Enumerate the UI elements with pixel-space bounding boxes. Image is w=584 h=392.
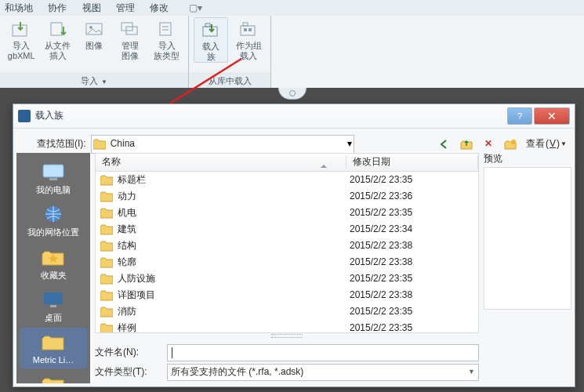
resize-grip[interactable]	[95, 333, 479, 339]
dialog-toolbar: ✕ 查看(V) ▼	[438, 138, 567, 151]
load-family-icon	[198, 20, 223, 40]
svg-rect-15	[43, 165, 63, 177]
computer-icon	[39, 161, 67, 183]
item-name: 动力	[118, 191, 350, 203]
favorites-icon	[39, 246, 67, 268]
sidebar-item-label: 收藏夹	[20, 270, 87, 281]
btn-import-family-types[interactable]: 导入族类型	[151, 17, 183, 61]
sidebar-item[interactable]: Metric De…	[20, 370, 87, 383]
svg-rect-7	[203, 27, 217, 36]
up-one-level-button[interactable]	[460, 138, 473, 151]
item-date: 2015/2/2 23:35	[350, 207, 412, 220]
folder-icon	[100, 257, 113, 268]
filename-label: 文件名(N):	[95, 347, 162, 359]
sidebar-item[interactable]: Metric Li…	[20, 328, 87, 368]
filename-input[interactable]	[167, 344, 479, 361]
preview-panel: 预览	[484, 153, 571, 383]
item-date: 2015/2/2 23:38	[350, 240, 412, 252]
folder-icon	[100, 208, 113, 219]
load-family-dialog: 载入族 ? ✕ 查找范围(I): ▾ ✕ 查看(V) ▼	[13, 103, 575, 387]
item-date: 2015/2/2 23:38	[350, 289, 412, 302]
sidebar-item-label: 桌面	[20, 312, 87, 323]
chevron-down-icon[interactable]: ▾	[347, 138, 352, 151]
btn-load-family[interactable]: 载入族	[194, 17, 228, 63]
item-name: 机电	[118, 207, 350, 220]
close-icon: ✕	[547, 109, 557, 123]
sidebar-item[interactable]: 我的网络位置	[20, 200, 87, 241]
sidebar-item[interactable]: 收藏夹	[20, 243, 87, 284]
filetype-value: 所有受支持的文件 (*.rfa, *.adsk)	[171, 366, 303, 379]
item-name: 人防设施	[118, 273, 350, 285]
network-icon	[39, 203, 67, 225]
list-item[interactable]: 建筑2015/2/2 23:34	[96, 221, 478, 238]
list-item[interactable]: 动力2015/2/2 23:36	[96, 188, 478, 205]
item-date: 2015/2/2 23:35	[350, 273, 412, 285]
filetype-label: 文件类型(T):	[95, 366, 162, 379]
panel-dropdown-icon[interactable]: ▼	[101, 78, 107, 85]
manage-images-icon	[118, 19, 143, 39]
sort-asc-icon	[321, 162, 327, 168]
svg-rect-1	[51, 23, 62, 35]
folder-icon	[100, 290, 113, 301]
path-combobox[interactable]: ▾	[91, 135, 354, 154]
item-name: 样例	[118, 322, 350, 332]
svg-rect-16	[49, 178, 57, 180]
tab-view[interactable]: 视图	[82, 2, 101, 13]
list-item[interactable]: 机电2015/2/2 23:35	[96, 205, 478, 221]
list-item[interactable]: 标题栏2015/2/2 23:35	[96, 172, 478, 188]
item-date: 2015/2/2 23:35	[350, 174, 412, 187]
path-input[interactable]	[109, 137, 230, 151]
item-name: 结构	[118, 240, 350, 252]
sidebar-item[interactable]: 我的电脑	[20, 158, 87, 198]
folder-icon	[100, 274, 113, 285]
tab-site[interactable]: 和场地	[5, 2, 33, 13]
panel-title-load: 从库中载入	[209, 76, 252, 85]
btn-image[interactable]: 图像	[78, 17, 111, 61]
btn-load-as-group[interactable]: 作为组载入	[231, 17, 266, 61]
ribbon-tabs: 和场地 协作 视图 管理 修改 ▢▾	[0, 0, 584, 16]
new-folder-button[interactable]	[504, 138, 517, 151]
ribbon-panel-import: 导入gbXML 从文件插入 图像 管理图像 导入族类型 导入▼	[0, 16, 189, 88]
btn-import-gbxml[interactable]: 导入gbXML	[5, 17, 38, 61]
view-button[interactable]: 查看(V) ▼	[526, 138, 567, 151]
col-name[interactable]: 名称	[96, 156, 346, 169]
list-item[interactable]: 详图项目2015/2/2 23:38	[96, 287, 478, 303]
item-date: 2015/2/2 23:35	[350, 306, 412, 318]
list-item[interactable]: 样例2015/2/2 23:35	[96, 320, 478, 332]
dialog-title: 载入族	[35, 110, 63, 122]
folder-icon	[39, 331, 67, 353]
import-file-icon	[45, 19, 71, 39]
help-button[interactable]: ?	[507, 107, 532, 125]
svg-rect-9	[241, 26, 255, 35]
dialog-titlebar[interactable]: 载入族 ? ✕	[13, 104, 575, 129]
tab-context-icon: ▢▾	[189, 2, 202, 13]
delete-button[interactable]: ✕	[482, 138, 495, 151]
sidebar-item[interactable]: 桌面	[20, 285, 87, 326]
svg-rect-12	[248, 28, 252, 31]
tab-modify[interactable]: 修改	[150, 2, 169, 13]
import-gbxml-icon	[9, 19, 34, 39]
back-button[interactable]	[438, 138, 451, 151]
close-button[interactable]: ✕	[534, 107, 570, 125]
filetype-select[interactable]: 所有受支持的文件 (*.rfa, *.adsk)▼	[167, 364, 479, 381]
svg-rect-11	[244, 28, 247, 31]
svg-rect-8	[205, 24, 210, 27]
svg-rect-10	[243, 23, 248, 26]
tab-collab[interactable]: 协作	[48, 2, 67, 13]
sidebar-item-label: Metric Li…	[20, 354, 87, 365]
btn-import-from-file[interactable]: 从文件插入	[41, 17, 74, 61]
folder-icon	[100, 191, 113, 202]
preview-label: 预览	[484, 153, 571, 165]
delete-icon: ✕	[484, 138, 492, 151]
svg-point-3	[89, 26, 92, 29]
col-date[interactable]: 修改日期	[346, 156, 478, 169]
list-item[interactable]: 轮廓2015/2/2 23:38	[96, 254, 478, 270]
tab-manage[interactable]: 管理	[116, 2, 135, 13]
ribbon: 和场地 协作 视图 管理 修改 ▢▾ 导入gbXML 从文件插入 图像 管理图像…	[0, 0, 584, 89]
list-item[interactable]: 消防2015/2/2 23:35	[96, 303, 478, 320]
btn-manage-images[interactable]: 管理图像	[114, 17, 147, 61]
list-item[interactable]: 人防设施2015/2/2 23:35	[96, 270, 478, 287]
item-name: 建筑	[118, 223, 350, 236]
list-item[interactable]: 结构2015/2/2 23:38	[96, 238, 478, 254]
svg-point-14	[511, 140, 516, 144]
